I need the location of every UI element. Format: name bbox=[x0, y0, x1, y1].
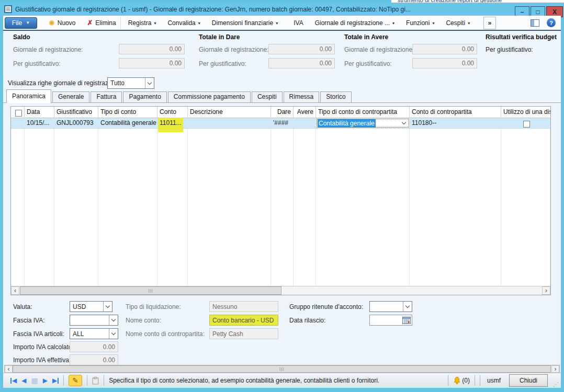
grip-icon: ||| bbox=[148, 289, 153, 293]
tab-storico[interactable]: Storico bbox=[320, 91, 351, 102]
gruppo-ritenute-label: Gruppo ritenute d'acconto: bbox=[289, 303, 363, 310]
avere-giustificativo-field: 0.00 bbox=[412, 58, 477, 68]
totals-panel: Saldo Giornale di registrazione: 0.00 Pe… bbox=[3, 31, 561, 76]
col-header-avere[interactable]: Avere bbox=[294, 107, 316, 118]
row-select-cell[interactable] bbox=[11, 118, 25, 128]
chevron-down-icon bbox=[109, 329, 118, 339]
scroll-left-button[interactable]: ‹ bbox=[11, 286, 19, 295]
tab-commissione-pagamento[interactable]: Commissione pagamento bbox=[168, 91, 251, 102]
toolbar-overflow-button[interactable]: » bbox=[483, 17, 496, 29]
next-record-button[interactable]: ▶ bbox=[43, 377, 48, 384]
scroll-left-button[interactable]: ‹ bbox=[5, 365, 13, 373]
tab-rimessa[interactable]: Rimessa bbox=[284, 91, 320, 102]
last-record-button[interactable]: ▶ bbox=[52, 377, 59, 384]
cell-conto-contropartita[interactable]: 110180-- bbox=[410, 118, 501, 128]
cell-tipo-di-conto[interactable]: Contabilità generale bbox=[98, 118, 157, 128]
status-bar: ◀ ◀ ▦ ▶ ▶ ✎ Specifica il tipo di conto s… bbox=[3, 373, 561, 388]
cell-data[interactable]: 10/15/... bbox=[25, 118, 54, 128]
data-rilascio-label: Data rilascio: bbox=[289, 317, 325, 324]
saldo-row1-label: Giornale di registrazione: bbox=[13, 46, 83, 53]
scroll-right-button[interactable]: › bbox=[551, 365, 559, 373]
view-lines-combo[interactable]: Tutto bbox=[107, 77, 154, 89]
dropdown-arrow-icon: ▾ bbox=[432, 21, 434, 26]
cell-distinta[interactable] bbox=[501, 118, 550, 128]
tab-panoramica[interactable]: Panoramica bbox=[6, 89, 51, 103]
file-menu-button[interactable]: File▼ bbox=[5, 17, 37, 29]
previous-record-button[interactable]: ◀ bbox=[21, 377, 26, 384]
select-all-checkbox[interactable] bbox=[15, 110, 22, 117]
tab-pagamento[interactable]: Pagamento bbox=[123, 91, 166, 102]
col-header-distinta[interactable]: Utilizzo di una distinta di bbox=[501, 107, 550, 118]
scroll-thumb[interactable]: ||| bbox=[13, 365, 551, 373]
pencil-icon: ✎ bbox=[72, 376, 78, 385]
dimensioni-finanziarie-menu[interactable]: Dimensioni finanziarie▾ bbox=[210, 18, 280, 28]
iva-button[interactable]: IVA bbox=[291, 18, 305, 28]
delete-button[interactable]: ✗ Elimina bbox=[85, 17, 118, 28]
col-header-tipo-contropartita[interactable]: Tipo di conto di contropartita bbox=[316, 107, 410, 118]
grip-icon: ||| bbox=[279, 367, 284, 371]
col-header-tipo-di-conto[interactable]: Tipo di conto bbox=[98, 107, 157, 118]
col-header-conto-contropartita[interactable]: Conto di contropartita bbox=[410, 107, 501, 118]
tab-generale[interactable]: Generale bbox=[52, 91, 89, 102]
first-record-button[interactable]: ◀ bbox=[10, 377, 17, 384]
saldo-row2-label: Per giustificativo: bbox=[13, 60, 61, 67]
scroll-right-button[interactable]: › bbox=[542, 286, 550, 295]
cell-avere[interactable] bbox=[294, 118, 316, 128]
scroll-thumb[interactable]: ||| bbox=[20, 286, 281, 295]
cell-dare[interactable]: '#### bbox=[271, 118, 294, 128]
grid-view-button[interactable]: ▦ bbox=[31, 376, 38, 385]
distinta-checkbox[interactable] bbox=[523, 121, 530, 128]
resize-grip-icon[interactable]: ⋰ bbox=[553, 381, 559, 388]
cell-descrizione[interactable] bbox=[188, 118, 271, 128]
col-header-descrizione[interactable]: Descrizione bbox=[188, 107, 271, 118]
help-icon[interactable]: ? bbox=[547, 18, 556, 27]
budget-row1-label: Per giustificativo: bbox=[486, 46, 533, 53]
saldo-title: Saldo bbox=[13, 33, 30, 41]
grid-header: Data Giustificativo Tipo di conto Conto … bbox=[11, 107, 550, 118]
previous-record-icon: ◀ bbox=[21, 377, 26, 384]
registra-menu[interactable]: Registra▾ bbox=[126, 18, 159, 28]
data-rilascio-field[interactable] bbox=[369, 315, 412, 326]
calendar-icon[interactable] bbox=[402, 317, 411, 324]
tab-cespiti[interactable]: Cespiti bbox=[252, 91, 283, 102]
form-horizontal-scrollbar[interactable]: ‹ ||| › bbox=[4, 365, 560, 373]
giornale-di-registrazione-menu[interactable]: Giornale di registrazione ...▾ bbox=[313, 18, 397, 28]
valuta-combo[interactable]: USD bbox=[70, 301, 112, 312]
col-header-dare[interactable]: Dare bbox=[271, 107, 294, 118]
avere-row2-label: Per giustificativo: bbox=[344, 60, 392, 67]
chevron-down-icon bbox=[103, 302, 112, 312]
cespiti-menu[interactable]: Cespiti▾ bbox=[444, 18, 472, 28]
toolbar: File▼ ✺ Nuovo ✗ Elimina Registra▾ Conval… bbox=[3, 16, 561, 30]
cell-conto[interactable]: 11011... bbox=[157, 118, 188, 128]
grid-row-selected[interactable]: 10/15/... GNJL000793 Contabilità general… bbox=[11, 118, 550, 129]
notifications-button[interactable]: (0) bbox=[453, 376, 470, 385]
line-details-panel: Valuta: USD Fascia IVA: Fascia IVA artic… bbox=[3, 297, 561, 365]
pane-toggle-icon[interactable] bbox=[531, 19, 539, 27]
cell-giustificativo[interactable]: GNJL000793 bbox=[54, 118, 98, 128]
fascia-iva-label: Fascia IVA: bbox=[13, 317, 44, 324]
dropdown-arrow-icon: ▾ bbox=[468, 21, 470, 26]
chiudi-button[interactable]: Chiudi bbox=[509, 374, 548, 387]
fascia-iva-articoli-combo[interactable]: ALL bbox=[70, 328, 118, 339]
col-header-data[interactable]: Data bbox=[25, 107, 54, 118]
col-header-giustificativo[interactable]: Giustificativo bbox=[54, 107, 98, 118]
dropdown-arrow-icon: ▾ bbox=[198, 21, 200, 26]
tab-fattura[interactable]: Fattura bbox=[91, 91, 122, 102]
dare-title: Totale in Dare bbox=[199, 33, 240, 41]
edit-mode-button[interactable]: ✎ bbox=[69, 375, 82, 386]
saldo-giustificativo-field: 0.00 bbox=[119, 58, 185, 68]
funzioni-menu[interactable]: Funzioni▾ bbox=[404, 18, 436, 28]
convalida-menu[interactable]: Convalida▾ bbox=[165, 18, 202, 28]
first-record-icon: ◀ bbox=[12, 377, 17, 384]
grid-horizontal-scrollbar[interactable]: ‹ ||| › bbox=[11, 286, 550, 295]
cell-tipo-contropartita-combo[interactable]: Contabilità generale bbox=[316, 118, 410, 128]
chevron-down-icon bbox=[403, 302, 412, 312]
clipboard-icon[interactable] bbox=[92, 377, 99, 385]
col-header-conto[interactable]: Conto bbox=[157, 107, 188, 118]
fascia-iva-combo[interactable] bbox=[70, 315, 118, 326]
new-button[interactable]: ✺ Nuovo bbox=[47, 17, 77, 29]
select-all-cell[interactable] bbox=[11, 107, 25, 118]
dare-row2-label: Per giustificativo: bbox=[199, 60, 246, 67]
view-lines-label: Visualizza righe giornale di registrazio… bbox=[8, 79, 122, 87]
gruppo-ritenute-combo[interactable] bbox=[369, 301, 412, 312]
